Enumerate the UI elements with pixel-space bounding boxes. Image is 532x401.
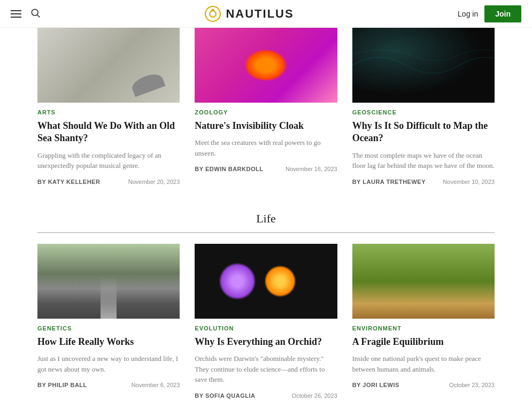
article-meta: BY SOFIA QUAGLIA October 26, 2023 bbox=[195, 392, 337, 399]
logo-text: NAUTILUS bbox=[226, 7, 294, 21]
article-excerpt: The most complete maps we have of the oc… bbox=[352, 150, 495, 171]
article-author: BY SOFIA QUAGLIA bbox=[195, 392, 255, 399]
article-card: GEOSCIENCE Why Is It So Difficult to Map… bbox=[345, 28, 495, 196]
article-card: ENVIRONMENT A Fragile Equilibrium Inside… bbox=[345, 244, 495, 401]
article-title[interactable]: Why Is It So Difficult to Map the Ocean? bbox=[352, 120, 495, 145]
article-category: ZOOLOGY bbox=[195, 109, 337, 115]
article-date: October 26, 2023 bbox=[292, 392, 337, 399]
article-card: ZOOLOGY Nature's Invisibility Cloak Meet… bbox=[187, 28, 344, 196]
article-title[interactable]: Nature's Invisibility Cloak bbox=[195, 120, 337, 132]
hamburger-icon[interactable] bbox=[11, 10, 21, 18]
article-title[interactable]: Why Is Everything an Orchid? bbox=[195, 336, 337, 348]
article-meta: BY LAURA TRETHEWEY November 10, 2023 bbox=[352, 179, 495, 185]
article-card: ARTS What Should We Do With an Old Sea S… bbox=[37, 28, 187, 196]
article-image bbox=[195, 28, 337, 103]
login-button[interactable]: Log in bbox=[458, 10, 478, 18]
article-author: BY LAURA TRETHEWEY bbox=[352, 179, 426, 185]
search-icon[interactable] bbox=[30, 7, 41, 20]
svg-point-4 bbox=[212, 9, 214, 11]
svg-line-1 bbox=[37, 14, 40, 17]
article-card: EVOLUTION Why Is Everything an Orchid? O… bbox=[187, 244, 344, 401]
article-author: BY PHILIP BALL bbox=[37, 382, 87, 388]
section-title: Life bbox=[37, 212, 495, 233]
article-excerpt: Grappling with the complicated legacy of… bbox=[37, 150, 180, 171]
articles-row-1: ARTS What Should We Do With an Old Sea S… bbox=[0, 28, 532, 196]
article-card: GENETICS How Life Really Works Just as I… bbox=[37, 244, 187, 401]
article-category: GEOSCIENCE bbox=[352, 109, 495, 115]
article-meta: BY PHILIP BALL November 6, 2023 bbox=[37, 382, 180, 388]
article-date: November 6, 2023 bbox=[132, 382, 180, 388]
article-category: GENETICS bbox=[37, 325, 180, 331]
join-button[interactable]: Join bbox=[484, 5, 521, 22]
header-left bbox=[11, 7, 41, 20]
svg-point-3 bbox=[210, 11, 216, 17]
article-meta: BY JORI LEWIS October 23, 2023 bbox=[352, 382, 495, 388]
article-image bbox=[195, 244, 337, 319]
article-title[interactable]: A Fragile Equilibrium bbox=[352, 336, 495, 348]
article-excerpt: Inside one national park's quest to make… bbox=[352, 353, 495, 374]
article-image bbox=[37, 28, 180, 103]
article-title[interactable]: How Life Really Works bbox=[37, 336, 180, 348]
header-right: Log in Join bbox=[458, 5, 521, 22]
article-title[interactable]: What Should We Do With an Old Sea Shanty… bbox=[37, 120, 180, 145]
article-excerpt: Meet the sea creatures with real powers … bbox=[195, 137, 337, 158]
article-image bbox=[352, 244, 495, 319]
article-category: EVOLUTION bbox=[195, 325, 337, 331]
site-logo[interactable]: NAUTILUS bbox=[204, 5, 294, 22]
article-excerpt: Just as I uncovered a new way to underst… bbox=[37, 353, 180, 374]
article-category: ARTS bbox=[37, 109, 180, 115]
article-author: BY JORI LEWIS bbox=[352, 382, 399, 388]
svg-point-2 bbox=[205, 6, 220, 21]
article-meta: BY EDWIN BARKDOLL November 16, 2023 bbox=[195, 166, 337, 172]
articles-row-2: GENETICS How Life Really Works Just as I… bbox=[0, 233, 532, 401]
article-date: November 10, 2023 bbox=[443, 179, 495, 185]
article-image bbox=[352, 28, 495, 103]
site-header: NAUTILUS Log in Join bbox=[0, 0, 532, 28]
article-author: BY KATY KELLEHER bbox=[37, 179, 100, 185]
svg-point-0 bbox=[32, 9, 38, 16]
article-date: November 16, 2023 bbox=[286, 166, 337, 172]
article-excerpt: Orchids were Darwin's "abominable myster… bbox=[195, 353, 337, 385]
section-divider: Life bbox=[0, 196, 532, 233]
article-meta: BY KATY KELLEHER November 20, 2023 bbox=[37, 179, 180, 185]
logo-icon bbox=[204, 5, 221, 22]
article-image bbox=[37, 244, 180, 319]
article-category: ENVIRONMENT bbox=[352, 325, 495, 331]
article-author: BY EDWIN BARKDOLL bbox=[195, 166, 263, 172]
article-date: November 20, 2023 bbox=[128, 179, 180, 185]
article-date: October 23, 2023 bbox=[449, 382, 495, 388]
